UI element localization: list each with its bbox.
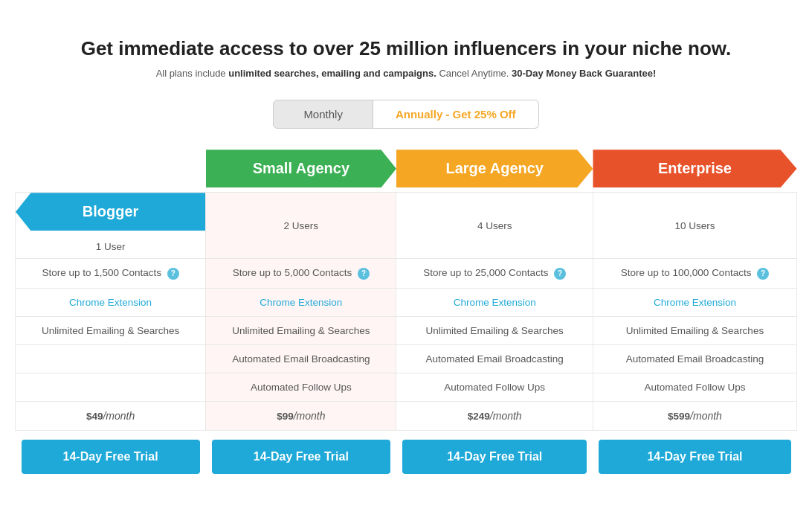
large-agency-trial-cell: 14-Day Free Trial: [396, 430, 593, 483]
annual-billing-btn[interactable]: Annually - Get 25% Off: [373, 100, 539, 129]
contacts-row: Store up to 1,500 Contacts ? Store up to…: [16, 259, 797, 288]
enterprise-broadcasting: Automated Email Broadcasting: [593, 344, 796, 373]
enterprise-badge: Enterprise: [593, 150, 796, 187]
blogger-users: 1 User: [16, 235, 205, 258]
broadcasting-row: Automated Email Broadcasting Automated E…: [16, 344, 797, 373]
small-agency-emailing: Unlimited Emailing & Searches: [206, 316, 396, 344]
plans-header-row: Small Agency Large Agency Enterprise: [16, 150, 797, 193]
blogger-trial-btn[interactable]: 14-Day Free Trial: [22, 440, 200, 474]
blogger-emailing: Unlimited Emailing & Searches: [16, 316, 206, 344]
blogger-contacts-help-icon[interactable]: ?: [167, 268, 179, 280]
small-agency-contacts-help-icon[interactable]: ?: [358, 268, 370, 280]
subline-guarantee: 30-Day Money Back Guarantee!: [512, 68, 656, 79]
large-agency-trial-btn[interactable]: 14-Day Free Trial: [402, 440, 587, 474]
followups-row: Automated Follow Ups Automated Follow Up…: [16, 373, 797, 401]
enterprise-emailing: Unlimited Emailing & Searches: [593, 316, 796, 344]
small-agency-trial-cell: 14-Day Free Trial: [206, 430, 396, 483]
subline-suffix: Cancel Anytime.: [436, 68, 512, 79]
subline-prefix: All plans include: [156, 68, 229, 79]
large-agency-followups: Automated Follow Ups: [396, 373, 593, 401]
blogger-chrome: Chrome Extension: [16, 288, 206, 316]
plan-header-small-agency: Small Agency: [206, 150, 396, 193]
monthly-billing-btn[interactable]: Monthly: [273, 100, 373, 129]
large-agency-badge: Large Agency: [396, 150, 593, 187]
enterprise-trial-cell: 14-Day Free Trial: [593, 430, 796, 483]
large-agency-period: /month: [490, 410, 522, 422]
large-agency-chrome: Chrome Extension: [396, 288, 593, 316]
small-agency-contacts: Store up to 5,000 Contacts ?: [206, 259, 396, 288]
page-subline: All plans include unlimited searches, em…: [15, 68, 797, 79]
small-agency-price: $99/month: [206, 401, 396, 430]
trial-row: 14-Day Free Trial 14-Day Free Trial 14-D…: [16, 430, 797, 483]
small-agency-followups: Automated Follow Ups: [206, 373, 396, 401]
small-agency-badge: Small Agency: [206, 150, 396, 187]
plans-table: Small Agency Large Agency Enterprise: [15, 150, 797, 482]
small-agency-period: /month: [294, 410, 326, 422]
blogger-period: /month: [103, 410, 135, 422]
billing-toggle: Monthly Annually - Get 25% Off: [15, 100, 797, 129]
price-row: $49/month $99/month $249/month $599/mont…: [16, 401, 797, 430]
blogger-followups: [16, 373, 206, 401]
large-agency-price: $249/month: [396, 401, 593, 430]
blogger-badge: Blogger: [16, 193, 205, 231]
blogger-contacts: Store up to 1,500 Contacts ?: [16, 259, 206, 288]
emailing-row: Unlimited Emailing & Searches Unlimited …: [16, 316, 797, 344]
small-agency-chrome: Chrome Extension: [206, 288, 396, 316]
page-headline: Get immediate access to over 25 million …: [15, 37, 797, 60]
users-row: Blogger 1 User 2 Users 4 Users 10 Users: [16, 193, 797, 259]
enterprise-followups: Automated Follow Ups: [593, 373, 796, 401]
small-agency-trial-btn[interactable]: 14-Day Free Trial: [212, 440, 390, 474]
enterprise-chrome: Chrome Extension: [593, 288, 796, 316]
large-agency-emailing: Unlimited Emailing & Searches: [396, 316, 593, 344]
chrome-row: Chrome Extension Chrome Extension Chrome…: [16, 288, 797, 316]
enterprise-period: /month: [690, 410, 722, 422]
plan-header-enterprise: Enterprise: [593, 150, 796, 193]
enterprise-price: $599/month: [593, 401, 796, 430]
enterprise-contacts: Store up to 100,000 Contacts ?: [593, 259, 796, 288]
blogger-header-cell: Blogger 1 User: [16, 193, 206, 259]
enterprise-trial-btn[interactable]: 14-Day Free Trial: [599, 440, 790, 474]
small-agency-users: 2 Users: [206, 193, 396, 259]
blogger-trial-cell: 14-Day Free Trial: [16, 430, 206, 483]
enterprise-users: 10 Users: [593, 193, 796, 259]
pricing-page: Get immediate access to over 25 million …: [0, 15, 812, 504]
large-agency-contacts: Store up to 25,000 Contacts ?: [396, 259, 593, 288]
blogger-price: $49/month: [16, 401, 206, 430]
enterprise-contacts-help-icon[interactable]: ?: [757, 268, 769, 280]
large-agency-contacts-help-icon[interactable]: ?: [554, 268, 566, 280]
subline-bold: unlimited searches, emailing and campaig…: [228, 68, 436, 79]
blogger-broadcasting: [16, 344, 206, 373]
small-agency-broadcasting: Automated Email Broadcasting: [206, 344, 396, 373]
large-agency-users: 4 Users: [396, 193, 593, 259]
plan-header-large-agency: Large Agency: [396, 150, 593, 193]
empty-header: [16, 150, 206, 193]
large-agency-broadcasting: Automated Email Broadcasting: [396, 344, 593, 373]
